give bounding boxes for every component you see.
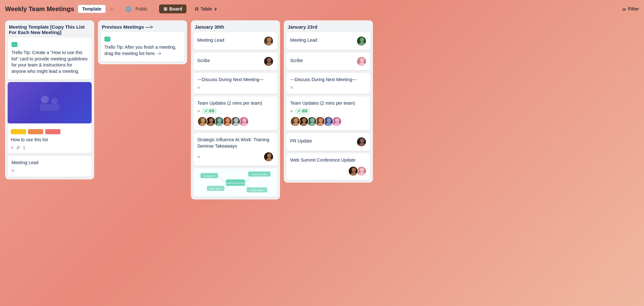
- svg-point-49: [335, 118, 340, 122]
- card-web-summit[interactable]: Web Summit Conference Update: [286, 153, 370, 180]
- attach-count: 1: [23, 145, 25, 150]
- card-scribe-jan30[interactable]: Scribe: [193, 52, 277, 70]
- avatar-team-jan30-1: [197, 116, 207, 127]
- desc-icon-strategic: ≡: [197, 154, 200, 159]
- column-cards-jan30: Meeting Lead Scribe: [191, 32, 280, 199]
- svg-point-55: [360, 168, 364, 172]
- desc-icon-discuss-jan30: ≡: [197, 85, 200, 90]
- svg-point-17: [242, 118, 247, 122]
- column-header-jan23: January 23rd: [284, 20, 373, 32]
- attach-icon: 🖇: [16, 145, 20, 150]
- meeting-lead-tmpl-title: Meeting Lead: [11, 160, 88, 166]
- filter-icon: ⚌: [622, 6, 626, 11]
- avatar-scribe-jan23: [356, 56, 367, 66]
- card-meeting-lead-tmpl[interactable]: Meeting Lead ≡: [8, 156, 92, 177]
- check-icon-jan23: ✓: [298, 109, 301, 113]
- card-scribe-jan23[interactable]: Scribe: [286, 52, 370, 70]
- svg-point-48: [326, 122, 332, 127]
- svg-point-7: [201, 118, 205, 122]
- svg-point-50: [334, 122, 340, 127]
- desc-icon-1: ≡: [11, 145, 13, 150]
- svg-point-8: [200, 122, 206, 127]
- star-icon[interactable]: ☆: [109, 6, 114, 12]
- tip-text-2: Trello Tip: After you finish a meeting, …: [104, 44, 181, 57]
- card-strategic-influence[interactable]: Strategic Influence At Work: Training Se…: [193, 133, 277, 166]
- column-january-23: January 23rd Meeting Lead Scribe: [284, 20, 373, 183]
- card-meeting-lead-jan30[interactable]: Meeting Lead: [193, 32, 277, 50]
- table-label: Table: [200, 6, 212, 11]
- table-icon: ⊟: [195, 6, 199, 11]
- card-discuss-jan23[interactable]: ---Discuss During Next Meeting--- ≡: [286, 73, 370, 94]
- card-diagram-jan30[interactable]: parents working remote job freelancer cl…: [193, 168, 277, 197]
- card-pr-update[interactable]: PR Update: [286, 133, 370, 151]
- tag-red: [45, 129, 60, 134]
- column-previous-meetings: Previous Meetings ---> Trello Tip: After…: [98, 20, 187, 64]
- board-icon: ⊞: [164, 6, 167, 11]
- svg-point-45: [318, 118, 323, 122]
- avatar-scribe-jan30: [263, 56, 274, 66]
- column-header-previous: Previous Meetings --->: [98, 20, 187, 32]
- checklist-jan30: ✓ 6/6: [202, 108, 217, 114]
- svg-point-0: [41, 96, 49, 103]
- team-updates-jan23-title: Team Updates (2 mins per team): [290, 100, 367, 107]
- column-meeting-template: Meeting Template [Copy This List For Eac…: [5, 20, 94, 179]
- template-button[interactable]: Template: [78, 5, 105, 13]
- card-meeting-lead-jan23[interactable]: Meeting Lead: [286, 32, 370, 50]
- svg-point-3: [267, 38, 271, 42]
- avatar-meeting-lead-jan23: [356, 36, 367, 46]
- tip-tag-1: [11, 42, 18, 47]
- svg-point-41: [302, 118, 306, 122]
- discuss-meta-jan23: ≡: [290, 85, 367, 90]
- desc-icon-discuss-jan23: ≡: [290, 85, 293, 90]
- card-discuss-jan30[interactable]: ---Discuss During Next Meeting--- ≡: [193, 73, 277, 94]
- filter-button[interactable]: ⚌ Filter: [622, 6, 639, 11]
- svg-point-35: [360, 38, 364, 42]
- svg-point-38: [359, 62, 365, 66]
- svg-point-6: [266, 62, 272, 66]
- svg-point-18: [241, 122, 248, 127]
- svg-point-15: [234, 118, 238, 122]
- desc-icon-tmpl: ≡: [11, 168, 14, 173]
- svg-point-51: [360, 138, 364, 143]
- board-view-button[interactable]: ⊞ Board: [159, 4, 186, 13]
- svg-text:freelancer client: freelancer client: [251, 173, 267, 176]
- svg-point-56: [359, 172, 365, 176]
- card-how-to-title: How to use this list: [11, 137, 88, 143]
- svg-text:parents working: parents working: [227, 182, 244, 184]
- svg-point-44: [309, 122, 316, 127]
- column-header-meeting-template: Meeting Template [Copy This List For Eac…: [5, 20, 94, 38]
- table-view-button[interactable]: ⊟ Table ∨: [190, 4, 221, 13]
- card-trello-tip-1[interactable]: Trello Tip: Create a "How to use this li…: [8, 38, 92, 80]
- avatar-web-summit-1: [348, 166, 358, 176]
- card-how-to-meta: ≡ 🖇 1: [11, 145, 88, 150]
- svg-point-20: [266, 158, 272, 162]
- discuss-jan23-title: ---Discuss During Next Meeting---: [290, 77, 367, 83]
- svg-point-37: [360, 58, 364, 62]
- avatar-pr-update: [356, 137, 367, 147]
- meeting-lead-jan23-title: Meeting Lead: [290, 37, 317, 44]
- meeting-lead-jan30-title: Meeting Lead: [197, 37, 224, 44]
- svg-line-27: [218, 176, 226, 183]
- app-header: Weekly Team Meetings Template ☆ | 🌐 Publ…: [0, 0, 644, 18]
- svg-point-4: [266, 42, 272, 46]
- card-team-updates-jan30[interactable]: Team Updates (2 mins per team) ≡ ✓ 6/6: [193, 96, 277, 131]
- svg-point-1: [51, 98, 58, 104]
- svg-point-16: [233, 122, 239, 127]
- svg-text:remote job: remote job: [204, 175, 214, 177]
- svg-point-39: [294, 118, 298, 122]
- tag-orange: [28, 129, 43, 134]
- svg-point-13: [226, 118, 230, 122]
- separator-1: |: [119, 6, 120, 12]
- card-trello-tip-2[interactable]: Trello Tip: After you finish a meeting, …: [101, 32, 185, 62]
- tip-text-1: Trello Tip: Create a "How to use this li…: [11, 50, 88, 74]
- svg-text:home office: home office: [210, 188, 221, 190]
- discuss-jan30-title: ---Discuss During Next Meeting---: [197, 77, 274, 83]
- svg-point-40: [293, 122, 299, 127]
- column-header-jan30: January 30th: [191, 20, 280, 32]
- team-updates-jan30-title: Team Updates (2 mins per team): [197, 100, 274, 107]
- card-with-image[interactable]: How to use this list ≡ 🖇 1: [8, 82, 92, 153]
- card-team-updates-jan23[interactable]: Team Updates (2 mins per team) ≡ ✓ 6/6: [286, 96, 370, 131]
- diagram-preview: parents working remote job freelancer cl…: [193, 168, 277, 197]
- svg-point-5: [267, 58, 271, 62]
- svg-point-54: [351, 172, 357, 176]
